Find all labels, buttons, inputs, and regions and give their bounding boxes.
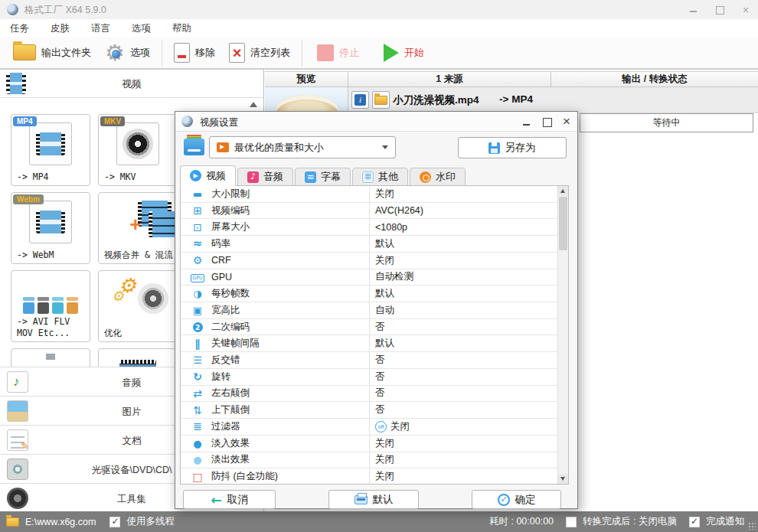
settings-row-11[interactable]: 旋转否 [181,369,568,386]
setting-value[interactable]: 否 [375,354,385,367]
setting-label: 淡入效果 [211,437,250,450]
settings-row-8[interactable]: 二次编码否 [181,319,568,336]
setting-value[interactable]: 否 [375,403,385,416]
start-button[interactable]: 开始 [377,41,431,64]
settings-row-14[interactable]: 过滤器off关闭 [181,419,568,436]
settings-row-6[interactable]: 每秒帧数默认 [181,286,568,302]
scrollbar-thumb[interactable] [559,197,567,250]
setting-value[interactable]: 否 [375,321,385,334]
multithread-checkbox[interactable] [109,517,120,527]
scroll-down-button[interactable] [558,474,568,484]
setting-value[interactable]: AVC(H264) [375,205,423,216]
resize-grip[interactable] [748,522,756,530]
setting-value[interactable]: 否 [375,387,385,400]
menu-item-0[interactable]: 任务 [5,21,34,37]
settings-row-7[interactable]: 宽高比自动 [181,302,568,319]
setting-value[interactable]: 关闭 [375,470,394,483]
notify-checkbox[interactable] [689,517,700,527]
table-scrollbar[interactable] [557,186,568,484]
save-as-button[interactable]: 另存为 [458,137,567,158]
tab-music-icon [247,171,259,183]
remove-button[interactable]: 移除 [167,41,222,65]
maximize-button[interactable] [715,5,724,15]
tile-partial-clip[interactable] [98,348,178,367]
tile-mp4[interactable]: MP4-> MP4 [11,114,90,186]
setting-value[interactable]: <1080p [375,222,407,233]
dialog-maximize-button[interactable] [542,117,551,126]
cancel-button[interactable]: ← 取消 [183,490,276,509]
settings-row-9[interactable]: 关键帧间隔默认 [181,335,568,352]
tab-水印[interactable]: 水印 [410,168,466,186]
setting-value[interactable]: 自动检测 [375,270,413,283]
tab-视频[interactable]: 视频 [180,165,236,186]
dialog-titlebar[interactable]: 视频设置 × [175,112,577,132]
setting-value[interactable]: 自动 [375,304,394,317]
settings-row-13[interactable]: 上下颠倒否 [181,402,568,419]
default-button[interactable]: 默认 [328,490,419,509]
setting-value[interactable]: off关闭 [375,420,410,433]
setting-value[interactable]: 否 [375,370,385,383]
scroll-up-button[interactable] [558,186,568,196]
settings-row-0[interactable]: 大小限制关闭 [181,186,568,203]
tile-webm[interactable]: Webm-> WebM [11,192,90,264]
task-row[interactable]: i 小刀洗澡视频.mp4 -> MP4 [265,87,758,113]
setting-value[interactable]: 关闭 [375,453,394,466]
column-header-output[interactable]: 输出 / 转换状态 [551,72,758,86]
minimize-button[interactable] [689,5,698,15]
setting-value[interactable]: 关闭 [375,254,394,267]
menu-item-2[interactable]: 语言 [86,21,116,37]
settings-row-10[interactable]: 反交错否 [181,352,568,369]
menu-item-1[interactable]: 皮肤 [45,21,75,37]
shutdown-after-checkbox[interactable] [566,517,577,527]
film-doc-icon [29,122,72,165]
tile-avi[interactable]: -> AVI FLV MOV Etc... [11,270,90,342]
check-circle-icon [498,494,510,506]
tab-字幕[interactable]: 字幕 [295,168,351,186]
tab-其他[interactable]: 其他 [352,168,408,186]
output-path[interactable]: E:\www.x6g.com [25,517,96,527]
settings-row-1[interactable]: 视频编码AVC(H264) [181,203,568,220]
setting-value[interactable]: 默认 [375,237,394,250]
ok-button[interactable]: 确定 [472,490,561,509]
task-filename: 小刀洗澡视频.mp4 [393,93,479,107]
setting-value-text: 默认 [375,237,394,250]
column-header-preview[interactable]: 预览 [265,72,348,86]
tile-mkv[interactable]: MKV-> MKV [98,114,178,186]
settings-row-15[interactable]: 淡入效果关闭 [181,436,568,452]
tab-subtitle-icon [305,171,316,183]
settings-row-16[interactable]: 淡出效果关闭 [181,452,568,469]
sidebar-header-video[interactable]: 视频 [0,70,263,98]
profile-list-button[interactable] [181,135,206,158]
clear-list-button[interactable]: 清空列表 [222,41,297,65]
info-button[interactable]: i [351,91,369,109]
setting-value[interactable]: 关闭 [375,437,394,450]
tab-音频[interactable]: 音频 [237,168,293,186]
column-header-source[interactable]: 1 来源 [348,72,551,86]
video-profile-icon [217,142,229,152]
dialog-close-button[interactable]: × [562,117,571,126]
tile-optimize[interactable]: ⚙⚙优化 [98,270,178,342]
settings-row-4[interactable]: CRF关闭 [181,253,568,269]
options-button[interactable]: ⚙ 选项 [98,39,157,67]
settings-row-3[interactable]: 码率默认 [181,236,568,253]
stop-button[interactable]: 停止 [310,42,366,64]
setting-value[interactable]: 关闭 [375,188,394,201]
close-button[interactable]: × [741,5,750,15]
tile-merge[interactable]: +视频合并 & 混流 [98,192,178,264]
setting-value[interactable]: 默认 [375,287,394,300]
settings-row-17[interactable]: 防抖 (白金功能)关闭 [181,468,568,485]
tile-partial-crop[interactable] [11,348,90,367]
output-folder-button[interactable]: 输出文件夹 [6,42,98,63]
settings-row-5[interactable]: GPU自动检测 [181,269,568,286]
deinterlace-icon [189,355,206,365]
menu-item-4[interactable]: 帮助 [167,21,197,37]
open-folder-button[interactable] [372,91,390,109]
settings-row-12[interactable]: 左右颠倒否 [181,386,568,403]
tab-watermark-icon [420,171,431,183]
menu-item-3[interactable]: 选项 [126,21,156,37]
profile-dropdown[interactable]: 最优化的质量和大小 [209,136,396,158]
dialog-minimize-button[interactable] [522,117,531,126]
setting-value[interactable]: 默认 [375,337,394,350]
stabilize-icon [189,472,206,482]
settings-row-2[interactable]: 屏幕大小<1080p [181,219,568,236]
